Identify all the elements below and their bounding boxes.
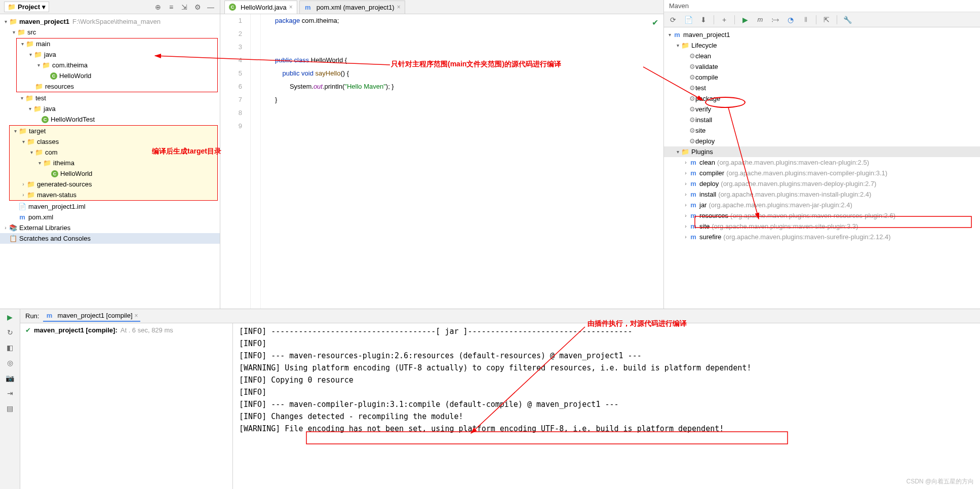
gear-icon: ⚙ xyxy=(689,63,695,70)
plugin-compiler[interactable]: ›mcompiler(org.apache.maven.plugins:mave… xyxy=(664,168,980,178)
target-icon[interactable]: ◎ xyxy=(5,358,15,368)
plugin-install[interactable]: ›minstall(org.apache.maven.plugins:maven… xyxy=(664,189,980,200)
lifecycle-verify[interactable]: ⚙ verify xyxy=(664,104,980,115)
download-icon[interactable]: ⬇ xyxy=(698,15,709,25)
lifecycle-compile[interactable]: ⚙ compile xyxy=(664,72,980,83)
lifecycle-validate[interactable]: ⚙ validate xyxy=(664,61,980,72)
gear-icon: ⚙ xyxy=(689,105,695,113)
tree-package[interactable]: ▾📁com.itheima xyxy=(17,60,217,70)
plugin-surefire[interactable]: ›msurefire(org.apache.maven.plugins:mave… xyxy=(664,232,980,242)
tree-main[interactable]: ▾📁main xyxy=(17,39,217,49)
plugin-resources[interactable]: ›mresources(org.apache.maven.plugins:mav… xyxy=(664,210,980,221)
collapse-all-icon[interactable]: ⇱ xyxy=(821,15,832,25)
collapse-icon[interactable]: ≡ xyxy=(166,2,176,12)
add-icon[interactable]: + xyxy=(719,15,729,25)
settings-icon[interactable]: ⚙ xyxy=(192,2,203,12)
watermark: CSDN @向着五星的方向 xyxy=(906,477,974,486)
run-icon[interactable]: ▶ xyxy=(740,15,750,25)
expand-icon[interactable]: ⇲ xyxy=(179,2,189,12)
locate-icon[interactable]: ⊕ xyxy=(153,2,163,12)
tree-java[interactable]: ▾📁java xyxy=(17,49,217,60)
gear-icon: ⚙ xyxy=(689,73,695,81)
plugin-deploy[interactable]: ›mdeploy(org.apache.maven.plugins:maven-… xyxy=(664,178,980,189)
run-tree: ✔ maven_project1 [compile]: At . 6 sec, … xyxy=(20,323,233,489)
stop-icon[interactable]: ◧ xyxy=(5,343,15,353)
tree-classes[interactable]: ▾📁classes xyxy=(10,136,217,147)
tree-root[interactable]: ▾📁maven_project1F:\WorkSpace\itheima_mav… xyxy=(0,16,220,27)
offline-icon[interactable]: ◔ xyxy=(786,15,796,25)
plugin-clean[interactable]: ›mclean(org.apache.maven.plugins:maven-c… xyxy=(664,157,980,168)
hide-icon[interactable]: — xyxy=(206,2,216,12)
maven-root[interactable]: ▾mmaven_project1 xyxy=(664,29,980,40)
editor-tab-pom[interactable]: mpom.xml (maven_project1)× xyxy=(299,1,405,14)
tree-hw-class[interactable]: CHelloWorld xyxy=(10,168,217,179)
gear-icon: ⚙ xyxy=(689,84,695,92)
code-area[interactable]: ✔ package com.itheima; public class Hell… xyxy=(261,14,663,309)
play-icon[interactable]: ▶ xyxy=(5,312,15,322)
line-gutter: 123 456 789 xyxy=(220,14,251,309)
plugin-icon: m xyxy=(689,159,697,167)
editor-tabs: CHelloWorld.java× mpom.xml (maven_projec… xyxy=(220,0,663,14)
lifecycle-test[interactable]: ⚙ test xyxy=(664,83,980,93)
tree-extlib[interactable]: ›📚External Libraries xyxy=(0,222,220,233)
maven-panel: Maven ⟳ 📄 ⬇ + ▶ m ⧴ ◔ ⫴ ⇱ 🔧 ▾mmaven_proj… xyxy=(663,0,980,309)
wrench-icon[interactable]: 🔧 xyxy=(842,15,852,25)
tree-pom[interactable]: mpom.xml xyxy=(0,212,220,222)
run-tab[interactable]: mmaven_project1 [compile]× xyxy=(43,311,140,322)
gear-icon: ⚙ xyxy=(689,95,695,102)
generate-icon[interactable]: 📄 xyxy=(683,15,693,25)
plugin-icon: m xyxy=(689,212,697,220)
lifecycle-install[interactable]: ⚙ install xyxy=(664,115,980,125)
maven-lifecycle[interactable]: ▾📁Lifecycle xyxy=(664,40,980,51)
maven-title: Maven xyxy=(664,0,980,12)
editor-tab-helloworld[interactable]: CHelloWorld.java× xyxy=(224,1,297,14)
plugin-icon: m xyxy=(689,233,697,241)
gear-icon: ⚙ xyxy=(689,127,695,134)
editor-body[interactable]: 123 456 789 ✔ package com.itheima; publi… xyxy=(220,14,663,309)
lifecycle-package[interactable]: ⚙ package xyxy=(664,93,980,104)
tree-iml[interactable]: 📄maven_project1.iml xyxy=(0,201,220,212)
skip-icon[interactable]: ⧴ xyxy=(770,15,780,25)
run-label: Run: xyxy=(25,312,39,320)
run-status: ✔ maven_project1 [compile]: At . 6 sec, … xyxy=(25,326,227,334)
tree-test-java[interactable]: ▾📁java xyxy=(0,103,220,114)
tree-resources[interactable]: 📁resources xyxy=(17,81,217,92)
refresh-icon[interactable]: ⟳ xyxy=(668,15,678,25)
tree-gensrc[interactable]: ›📁generated-sources xyxy=(10,179,217,190)
tree-com[interactable]: ▾📁com xyxy=(10,147,217,158)
lifecycle-deploy[interactable]: ⚙ deploy xyxy=(664,136,980,146)
editor-panel: CHelloWorld.java× mpom.xml (maven_projec… xyxy=(220,0,663,309)
close-icon[interactable]: × xyxy=(135,312,138,319)
camera-icon[interactable]: 📷 xyxy=(5,373,15,383)
graph-icon[interactable]: ⫴ xyxy=(801,15,811,25)
close-icon[interactable]: × xyxy=(397,4,401,11)
tree-test[interactable]: ▾📁test xyxy=(0,93,220,103)
reload-icon[interactable]: ↻ xyxy=(5,327,15,337)
plugin-site[interactable]: ›msite(org.apache.maven.plugins:maven-si… xyxy=(664,221,980,232)
tree-scratch[interactable]: 📋Scratches and Consoles xyxy=(0,233,220,244)
run-gutter: ▶ ↻ ◧ ◎ 📷 ⇥ ▤ xyxy=(0,309,20,489)
lifecycle-site[interactable]: ⚙ site xyxy=(664,125,980,136)
lifecycle-clean[interactable]: ⚙ clean xyxy=(664,51,980,61)
tree-class[interactable]: CHelloWorld xyxy=(17,70,217,81)
project-panel-header: 📁 Project ▾ ⊕ ≡ ⇲ ⚙ — xyxy=(0,0,220,14)
m-icon[interactable]: m xyxy=(755,15,765,25)
layout-icon[interactable]: ▤ xyxy=(5,403,15,413)
project-dropdown[interactable]: 📁 Project ▾ xyxy=(4,2,49,12)
plugin-icon: m xyxy=(689,222,697,231)
plugin-icon: m xyxy=(689,180,697,188)
project-tree: ▾📁maven_project1F:\WorkSpace\itheima_mav… xyxy=(0,14,220,309)
maven-toolbar: ⟳ 📄 ⬇ + ▶ m ⧴ ◔ ⫴ ⇱ 🔧 xyxy=(664,12,980,27)
tree-test-class[interactable]: CHelloWorldTest xyxy=(0,114,220,125)
console-output[interactable]: [INFO] ---------------------------------… xyxy=(233,323,980,489)
close-icon[interactable]: × xyxy=(289,4,293,11)
plugin-icon: m xyxy=(689,191,697,199)
plugin-jar[interactable]: ›mjar(org.apache.maven.plugins:maven-jar… xyxy=(664,200,980,210)
tree-mavenstatus[interactable]: ›📁maven-status xyxy=(10,190,217,200)
tree-itheima[interactable]: ▾📁itheima xyxy=(10,158,217,168)
tree-src[interactable]: ▾📁src xyxy=(0,27,220,37)
maven-plugins[interactable]: ▾📁Plugins xyxy=(664,146,980,157)
exit-icon[interactable]: ⇥ xyxy=(5,388,15,398)
tree-target[interactable]: ▾📁target xyxy=(10,126,217,136)
plugin-icon: m xyxy=(689,201,697,209)
